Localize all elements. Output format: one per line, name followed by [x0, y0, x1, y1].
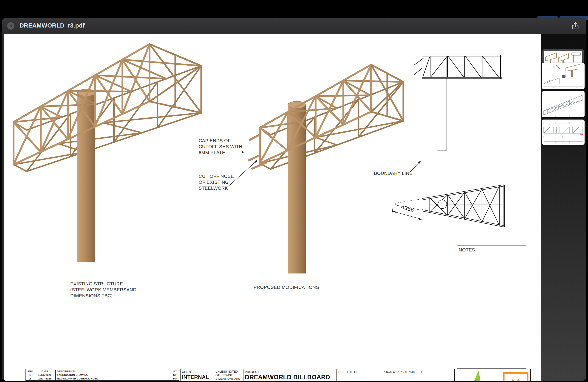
project-label: PROJECT	[245, 370, 335, 374]
by-cell-clipped	[171, 381, 179, 381]
description-header: DESCRIPTION	[56, 370, 171, 373]
date-cell: 29/07/2025	[34, 377, 56, 381]
part-number-label: PROJECT / PART NUMBER	[383, 370, 453, 374]
title-bar[interactable]: ✕ DREAMWORLD_r3.pdf	[2, 18, 586, 34]
description-cell: FABRICATION DRAWING	[56, 373, 171, 377]
sheet-title-label: SHEET TITLE	[338, 370, 379, 374]
title-block: REV DATE DESCRIPTION BY 1 16/05/2025 FAB…	[25, 369, 531, 381]
units-line: DIMENSIONS ARE IN: mm	[215, 377, 242, 381]
project-cell: PROJECT DREAMWORLD BILLBOARD	[243, 369, 336, 381]
notes-label: NOTES:	[457, 246, 526, 254]
date-cell-clipped	[34, 381, 56, 381]
elevation-view-drawing	[409, 42, 508, 154]
logo-green-triangle-icon	[470, 370, 486, 381]
share-icon	[571, 21, 580, 31]
by-header: BY	[171, 370, 179, 373]
thumbnail-page-4[interactable]	[542, 119, 585, 145]
date-cell: 16/05/2025	[34, 373, 56, 377]
existing-structure-3d-render	[13, 39, 204, 264]
annotation-cut-off-nose: CUT OFF NOSE OF EXISTING STEELWORK	[199, 173, 249, 191]
annotation-cap-ends: CAP ENDS OF CUTOFF SHS WITH 6MM PLATE	[199, 138, 249, 155]
by-cell: MP	[171, 373, 179, 377]
client-label: CLIENT	[182, 370, 212, 374]
page2-preview-sketch	[542, 63, 585, 89]
revision-table: REV DATE DESCRIPTION BY 1 16/05/2025 FAB…	[26, 370, 180, 381]
close-button[interactable]: ✕	[7, 22, 15, 30]
client-value: INTERNAL USE	[182, 374, 212, 381]
description-cell-clipped	[56, 381, 171, 381]
annotation-boundary-line: BOUNDARY LINE	[374, 170, 413, 176]
rev-cell: 1	[26, 373, 34, 377]
proposed-structure-3d-render	[246, 59, 409, 277]
share-button[interactable]	[571, 21, 580, 31]
thumbnail-page-3[interactable]	[542, 91, 585, 117]
caption-existing-structure: EXISTING STRUCTURE (STEELWORK MEMBERSAND…	[70, 281, 136, 299]
logo-orange-w-icon	[502, 371, 529, 381]
sheet-title-cell: SHEET TITLE	[336, 369, 381, 381]
thumbnail-sidebar	[541, 34, 586, 381]
tolerances-cell: UNLESS NOTED OTHERWISE DIMENSIONS ARE IN…	[214, 369, 243, 381]
by-cell: MP	[171, 377, 179, 381]
rev-cell-clipped	[26, 381, 34, 381]
rev-header: REV	[26, 370, 34, 373]
project-value: DREAMWORLD BILLBOARD	[245, 374, 335, 381]
notes-box: NOTES:	[457, 245, 526, 369]
client-cell: CLIENT INTERNAL USE	[180, 369, 214, 381]
description-cell: REVISED WITH CUTBACK NOSE	[56, 377, 171, 381]
pdf-page: CAP ENDS OF CUTOFF SHS WITH 6MM PLATE CU…	[4, 34, 541, 381]
quicklook-window: ✕ DREAMWORLD_r3.pdf	[2, 18, 586, 381]
rev-cell: 2	[26, 377, 34, 381]
logos-cell	[454, 369, 531, 381]
thumbnail-page-2[interactable]	[542, 63, 585, 89]
caption-proposed-modifications: PROPOSED MODIFICATIONS	[253, 284, 319, 290]
page4-preview-sketch	[542, 119, 585, 145]
part-number-cell: PROJECT / PART NUMBER	[381, 369, 454, 381]
units-line: UNLESS NOTED OTHERWISE	[215, 370, 242, 377]
date-header: DATE	[34, 370, 56, 373]
desktop: { "window": { "title": "DREAMWORLD_r3.pd…	[0, 0, 588, 382]
page3-preview-sketch	[542, 91, 585, 117]
window-title: DREAMWORLD_r3.pdf	[20, 22, 85, 29]
